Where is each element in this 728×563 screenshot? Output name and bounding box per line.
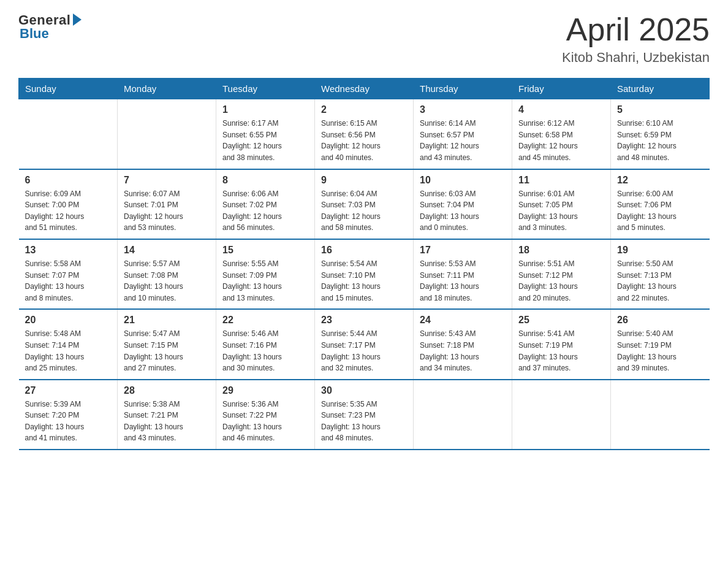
day-number: 28 bbox=[124, 385, 210, 396]
day-number: 23 bbox=[321, 315, 407, 326]
day-info: Sunrise: 6:06 AM Sunset: 7:02 PM Dayligh… bbox=[222, 188, 308, 234]
header-day-monday: Monday bbox=[118, 79, 216, 99]
day-info: Sunrise: 5:55 AM Sunset: 7:09 PM Dayligh… bbox=[222, 258, 308, 304]
day-info: Sunrise: 5:35 AM Sunset: 7:23 PM Dayligh… bbox=[321, 399, 407, 444]
day-number: 29 bbox=[222, 385, 308, 396]
calendar-cell bbox=[19, 99, 118, 169]
day-number: 21 bbox=[124, 315, 210, 326]
day-number: 1 bbox=[222, 104, 308, 115]
calendar-week-row: 27Sunrise: 5:39 AM Sunset: 7:20 PM Dayli… bbox=[19, 380, 710, 450]
day-number: 15 bbox=[222, 245, 308, 256]
calendar-cell: 13Sunrise: 5:58 AM Sunset: 7:07 PM Dayli… bbox=[19, 239, 118, 309]
day-info: Sunrise: 5:54 AM Sunset: 7:10 PM Dayligh… bbox=[321, 258, 407, 304]
day-info: Sunrise: 5:46 AM Sunset: 7:16 PM Dayligh… bbox=[222, 328, 308, 373]
day-info: Sunrise: 5:57 AM Sunset: 7:08 PM Dayligh… bbox=[124, 258, 210, 304]
day-info: Sunrise: 6:03 AM Sunset: 7:04 PM Dayligh… bbox=[420, 188, 506, 234]
calendar-cell: 9Sunrise: 6:04 AM Sunset: 7:03 PM Daylig… bbox=[315, 169, 414, 239]
day-info: Sunrise: 5:36 AM Sunset: 7:22 PM Dayligh… bbox=[222, 399, 308, 444]
calendar-cell: 29Sunrise: 5:36 AM Sunset: 7:22 PM Dayli… bbox=[216, 380, 315, 450]
month-title: April 2025 bbox=[562, 12, 710, 47]
day-info: Sunrise: 6:04 AM Sunset: 7:03 PM Dayligh… bbox=[321, 188, 407, 234]
day-info: Sunrise: 6:10 AM Sunset: 6:59 PM Dayligh… bbox=[617, 118, 703, 163]
day-number: 26 bbox=[617, 315, 703, 326]
day-info: Sunrise: 5:39 AM Sunset: 7:20 PM Dayligh… bbox=[25, 399, 112, 444]
title-block: April 2025 Kitob Shahri, Uzbekistan bbox=[562, 12, 710, 66]
day-info: Sunrise: 5:38 AM Sunset: 7:21 PM Dayligh… bbox=[124, 399, 210, 444]
logo-blue-text: Blue bbox=[20, 26, 49, 42]
day-info: Sunrise: 6:01 AM Sunset: 7:05 PM Dayligh… bbox=[518, 188, 604, 234]
day-number: 8 bbox=[222, 175, 308, 186]
calendar-cell: 20Sunrise: 5:48 AM Sunset: 7:14 PM Dayli… bbox=[19, 309, 118, 379]
day-info: Sunrise: 6:14 AM Sunset: 6:57 PM Dayligh… bbox=[420, 118, 506, 163]
day-info: Sunrise: 6:00 AM Sunset: 7:06 PM Dayligh… bbox=[617, 188, 703, 234]
calendar-table: SundayMondayTuesdayWednesdayThursdayFrid… bbox=[18, 78, 710, 450]
calendar-cell: 5Sunrise: 6:10 AM Sunset: 6:59 PM Daylig… bbox=[611, 99, 710, 169]
day-info: Sunrise: 6:09 AM Sunset: 7:00 PM Dayligh… bbox=[25, 188, 112, 234]
logo-arrow-icon bbox=[73, 13, 82, 26]
day-number: 9 bbox=[321, 175, 407, 186]
day-info: Sunrise: 5:44 AM Sunset: 7:17 PM Dayligh… bbox=[321, 328, 407, 373]
calendar-cell: 25Sunrise: 5:41 AM Sunset: 7:19 PM Dayli… bbox=[512, 309, 611, 379]
calendar-cell bbox=[118, 99, 216, 169]
day-info: Sunrise: 5:47 AM Sunset: 7:15 PM Dayligh… bbox=[124, 328, 210, 373]
calendar-cell: 14Sunrise: 5:57 AM Sunset: 7:08 PM Dayli… bbox=[118, 239, 216, 309]
header-day-tuesday: Tuesday bbox=[216, 79, 315, 99]
day-number: 5 bbox=[617, 104, 703, 115]
day-info: Sunrise: 6:07 AM Sunset: 7:01 PM Dayligh… bbox=[124, 188, 210, 234]
calendar-week-row: 13Sunrise: 5:58 AM Sunset: 7:07 PM Dayli… bbox=[19, 239, 710, 309]
day-info: Sunrise: 6:15 AM Sunset: 6:56 PM Dayligh… bbox=[321, 118, 407, 163]
day-number: 16 bbox=[321, 245, 407, 256]
day-number: 17 bbox=[420, 245, 506, 256]
calendar-cell: 24Sunrise: 5:43 AM Sunset: 7:18 PM Dayli… bbox=[414, 309, 512, 379]
day-number: 18 bbox=[518, 245, 604, 256]
day-info: Sunrise: 5:43 AM Sunset: 7:18 PM Dayligh… bbox=[420, 328, 506, 373]
calendar-cell: 30Sunrise: 5:35 AM Sunset: 7:23 PM Dayli… bbox=[315, 380, 414, 450]
day-info: Sunrise: 5:51 AM Sunset: 7:12 PM Dayligh… bbox=[518, 258, 604, 304]
calendar-cell: 19Sunrise: 5:50 AM Sunset: 7:13 PM Dayli… bbox=[611, 239, 710, 309]
day-number: 13 bbox=[25, 245, 112, 256]
calendar-cell: 6Sunrise: 6:09 AM Sunset: 7:00 PM Daylig… bbox=[19, 169, 118, 239]
header-day-thursday: Thursday bbox=[414, 79, 512, 99]
calendar-cell: 27Sunrise: 5:39 AM Sunset: 7:20 PM Dayli… bbox=[19, 380, 118, 450]
calendar-cell: 10Sunrise: 6:03 AM Sunset: 7:04 PM Dayli… bbox=[414, 169, 512, 239]
page-header: General Blue April 2025 Kitob Shahri, Uz… bbox=[18, 12, 710, 66]
calendar-cell: 11Sunrise: 6:01 AM Sunset: 7:05 PM Dayli… bbox=[512, 169, 611, 239]
day-number: 3 bbox=[420, 104, 506, 115]
calendar-cell: 21Sunrise: 5:47 AM Sunset: 7:15 PM Dayli… bbox=[118, 309, 216, 379]
calendar-cell: 16Sunrise: 5:54 AM Sunset: 7:10 PM Dayli… bbox=[315, 239, 414, 309]
day-info: Sunrise: 5:41 AM Sunset: 7:19 PM Dayligh… bbox=[518, 328, 604, 373]
calendar-cell: 12Sunrise: 6:00 AM Sunset: 7:06 PM Dayli… bbox=[611, 169, 710, 239]
calendar-header-row: SundayMondayTuesdayWednesdayThursdayFrid… bbox=[19, 79, 710, 99]
header-day-sunday: Sunday bbox=[19, 79, 118, 99]
calendar-cell: 26Sunrise: 5:40 AM Sunset: 7:19 PM Dayli… bbox=[611, 309, 710, 379]
calendar-cell: 15Sunrise: 5:55 AM Sunset: 7:09 PM Dayli… bbox=[216, 239, 315, 309]
calendar-cell bbox=[611, 380, 710, 450]
calendar-cell: 22Sunrise: 5:46 AM Sunset: 7:16 PM Dayli… bbox=[216, 309, 315, 379]
day-number: 20 bbox=[25, 315, 112, 326]
calendar-cell: 2Sunrise: 6:15 AM Sunset: 6:56 PM Daylig… bbox=[315, 99, 414, 169]
header-day-saturday: Saturday bbox=[611, 79, 710, 99]
day-number: 4 bbox=[518, 104, 604, 115]
header-day-friday: Friday bbox=[512, 79, 611, 99]
day-number: 12 bbox=[617, 175, 703, 186]
day-number: 14 bbox=[124, 245, 210, 256]
day-number: 10 bbox=[420, 175, 506, 186]
day-info: Sunrise: 5:40 AM Sunset: 7:19 PM Dayligh… bbox=[617, 328, 703, 373]
calendar-week-row: 1Sunrise: 6:17 AM Sunset: 6:55 PM Daylig… bbox=[19, 99, 710, 169]
day-info: Sunrise: 5:50 AM Sunset: 7:13 PM Dayligh… bbox=[617, 258, 703, 304]
calendar-cell: 8Sunrise: 6:06 AM Sunset: 7:02 PM Daylig… bbox=[216, 169, 315, 239]
day-number: 27 bbox=[25, 385, 112, 396]
calendar-cell: 23Sunrise: 5:44 AM Sunset: 7:17 PM Dayli… bbox=[315, 309, 414, 379]
calendar-cell: 7Sunrise: 6:07 AM Sunset: 7:01 PM Daylig… bbox=[118, 169, 216, 239]
day-number: 22 bbox=[222, 315, 308, 326]
day-number: 11 bbox=[518, 175, 604, 186]
day-number: 30 bbox=[321, 385, 407, 396]
calendar-cell: 4Sunrise: 6:12 AM Sunset: 6:58 PM Daylig… bbox=[512, 99, 611, 169]
day-number: 2 bbox=[321, 104, 407, 115]
header-day-wednesday: Wednesday bbox=[315, 79, 414, 99]
logo: General Blue bbox=[18, 12, 82, 42]
calendar-cell: 3Sunrise: 6:14 AM Sunset: 6:57 PM Daylig… bbox=[414, 99, 512, 169]
day-info: Sunrise: 5:53 AM Sunset: 7:11 PM Dayligh… bbox=[420, 258, 506, 304]
location-title: Kitob Shahri, Uzbekistan bbox=[562, 50, 710, 66]
calendar-cell: 28Sunrise: 5:38 AM Sunset: 7:21 PM Dayli… bbox=[118, 380, 216, 450]
